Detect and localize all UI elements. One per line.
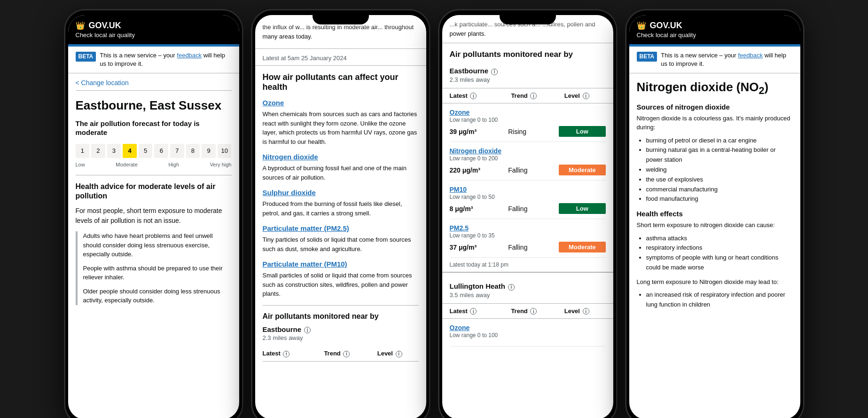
pm25-trend: Falling bbox=[508, 244, 555, 251]
beta-banner-1: BETA This is a new service – your feedba… bbox=[68, 47, 239, 73]
sources-intro-4: Nitrogen dioxide is a colourless gas. It… bbox=[637, 114, 793, 132]
phone-screen-3: ...k particulate... sources such a... ..… bbox=[442, 15, 613, 418]
scale-2: 2 bbox=[91, 144, 105, 158]
source-item-6: food manufacturing bbox=[646, 194, 793, 204]
th-trend-l: Trend i bbox=[511, 308, 560, 315]
pollutant-row-no2: Nitrogen dioxide Low range 0 to 200 220 … bbox=[450, 142, 606, 181]
pollutant-link-pm25[interactable]: Particulate matter (PM2.5) bbox=[263, 224, 419, 232]
pollutant-desc-ozone: When chemicals from sources such as cars… bbox=[263, 110, 419, 146]
latest-timestamp-eastbourne: Latest today at 1:18 pm bbox=[442, 258, 613, 272]
source-item-3: welding bbox=[646, 165, 793, 175]
phones-container: 👑 GOV.UK Check local air quality BETA Th… bbox=[64, 9, 804, 418]
beta-badge-1: BETA bbox=[76, 52, 96, 62]
scale-6: 6 bbox=[154, 144, 168, 158]
lullington-ozone-row: Ozone Low range 0 to 100 bbox=[450, 319, 606, 347]
phone-notch-1 bbox=[125, 10, 182, 24]
scale-5: 5 bbox=[139, 144, 153, 158]
health-item-2: respiratory infections bbox=[646, 243, 793, 253]
crown-icon-1: 👑 bbox=[76, 21, 85, 30]
phone-1: 👑 GOV.UK Check local air quality BETA Th… bbox=[64, 9, 243, 418]
station-name-2: Eastbourne i bbox=[263, 325, 419, 334]
scale-10: 10 bbox=[218, 144, 232, 158]
gov-subtitle-4: Check local air quality bbox=[637, 32, 793, 39]
station-distance-lullington: 3.5 miles away bbox=[450, 292, 606, 299]
health-item-1: asthma attacks bbox=[646, 234, 793, 244]
health-text-1: For most people, short term exposure to … bbox=[76, 206, 232, 226]
feedback-link-1[interactable]: feedback bbox=[177, 52, 202, 59]
monitor-main-heading-3: Air pollutants monitored near by bbox=[442, 43, 613, 62]
ozone-trend: Rising bbox=[508, 128, 555, 135]
timestamp-2: Latest at 5am 25 January 2024 bbox=[255, 49, 426, 66]
pollutant-desc-pm10: Small particles of solid or liquid that … bbox=[263, 271, 419, 299]
pm25-link[interactable]: PM2.5 bbox=[450, 224, 469, 232]
advice-section-1: Adults who have heart problems and feel … bbox=[76, 231, 232, 305]
pm10-range: Low range 0 to 50 bbox=[450, 194, 606, 200]
th-level-2: Level i bbox=[377, 350, 419, 357]
pollutant-link-no2[interactable]: Nitrogen dioxide bbox=[263, 153, 419, 161]
info-icon-eastbourne[interactable]: i bbox=[491, 69, 498, 75]
location-title-1: Eastbourne, East Sussex bbox=[76, 98, 232, 113]
scale-7: 7 bbox=[170, 144, 184, 158]
pm25-value: 37 μg/m³ bbox=[450, 244, 505, 251]
back-link-1[interactable]: Change location bbox=[76, 73, 232, 91]
station-distance-eastbourne: 2.3 miles away bbox=[450, 76, 606, 83]
label-moderate: Moderate bbox=[116, 162, 137, 167]
pollution-scale-1: 1 2 3 4 5 6 7 8 9 10 bbox=[76, 144, 232, 158]
info-icon-2[interactable]: i bbox=[304, 327, 311, 333]
phone-3: ...k particulate... sources such a... ..… bbox=[438, 9, 617, 418]
health-short-text-4: Short term exposure to nitrogen dioxide … bbox=[637, 221, 793, 230]
pollutant-desc-pm25: Tiny particles of solids or liquid that … bbox=[263, 235, 419, 253]
sources-list-4: burning of petrol or diesel in a car eng… bbox=[637, 136, 793, 205]
station-block-lullington: Lullington Heath i 3.5 miles away bbox=[442, 272, 613, 299]
pm25-level: Moderate bbox=[559, 242, 605, 252]
article-heading-2: How air pollutants can affect your healt… bbox=[263, 72, 419, 92]
health-long-item-1: an increased risk of respiratory infecti… bbox=[646, 290, 793, 310]
pm25-range: Low range 0 to 35 bbox=[450, 232, 606, 239]
pollutant-row-pm25: PM2.5 Low range 0 to 35 37 μg/m³ Falling… bbox=[450, 219, 606, 258]
phone-notch-4 bbox=[687, 10, 743, 24]
source-item-5: commercial manufacturing bbox=[646, 185, 793, 195]
th-level-l: Level i bbox=[564, 308, 606, 315]
ozone-range: Low range 0 to 100 bbox=[450, 117, 606, 123]
no2-link[interactable]: Nitrogen dioxide bbox=[450, 147, 501, 155]
no2-data-row: 220 μg/m³ Falling Moderate bbox=[450, 165, 606, 175]
info-icon-lullington[interactable]: i bbox=[508, 284, 515, 291]
health-long-text-4: Long term exposure to Nitrogen dioxide m… bbox=[637, 277, 793, 287]
pm10-data-row: 8 μg/m³ Falling Low bbox=[450, 203, 606, 214]
pollutant-link-so2[interactable]: Sulphur dioxide bbox=[263, 189, 419, 197]
no2-value: 220 μg/m³ bbox=[450, 166, 505, 174]
beta-banner-4: BETA This is a new service – your feedba… bbox=[629, 47, 800, 73]
info-icon-latest[interactable]: i bbox=[283, 351, 289, 357]
page-content-4: Nitrogen dioxide (NO2) Sources of nitrog… bbox=[629, 80, 800, 324]
info-icon-trend[interactable]: i bbox=[343, 351, 350, 357]
pm10-trend: Falling bbox=[508, 205, 555, 213]
label-low: Low bbox=[76, 162, 85, 167]
no2-level: Moderate bbox=[559, 165, 605, 175]
pollutant-link-ozone[interactable]: Ozone bbox=[263, 99, 419, 107]
ozone-link[interactable]: Ozone bbox=[450, 109, 470, 116]
table-headers-lullington: Latest i Trend i Level i bbox=[442, 303, 613, 319]
advice-item-1: Adults who have heart problems and feel … bbox=[83, 231, 232, 259]
pm10-link[interactable]: PM10 bbox=[450, 186, 467, 193]
th-trend-e: Trend i bbox=[511, 92, 560, 100]
scale-labels-1: Low Moderate High Very high bbox=[76, 162, 232, 167]
pollutant-desc-no2: A byproduct of burning fossil fuel and o… bbox=[263, 164, 419, 182]
page-content-1: Change location Eastbourne, East Sussex … bbox=[68, 73, 239, 320]
phone-4: 👑 GOV.UK Check local air quality BETA Th… bbox=[626, 9, 804, 418]
feedback-link-4[interactable]: feedback bbox=[738, 52, 763, 59]
station-name-eastbourne: Eastbourne i bbox=[450, 67, 606, 75]
info-icon-level[interactable]: i bbox=[396, 351, 402, 357]
label-very-high: Very high bbox=[210, 162, 232, 167]
pollutant-block-ozone: Ozone Low range 0 to 100 39 μg/m³ Rising… bbox=[442, 103, 613, 258]
pollutant-link-pm10[interactable]: Particulate matter (PM10) bbox=[263, 260, 419, 268]
crown-icon-4: 👑 bbox=[637, 21, 646, 30]
th-level-e: Level i bbox=[564, 92, 606, 100]
ozone-level: Low bbox=[559, 126, 605, 137]
lullington-ozone-link[interactable]: Ozone bbox=[450, 324, 470, 331]
gov-subtitle-1: Check local air quality bbox=[76, 32, 232, 39]
pm25-data-row: 37 μg/m³ Falling Moderate bbox=[450, 242, 606, 252]
lullington-ozone-block: Ozone Low range 0 to 100 bbox=[442, 319, 613, 347]
health-heading-1: Health advice for moderate levels of air… bbox=[76, 182, 232, 202]
station-name-lullington: Lullington Heath i bbox=[450, 282, 606, 291]
pm10-value: 8 μg/m³ bbox=[450, 205, 505, 213]
